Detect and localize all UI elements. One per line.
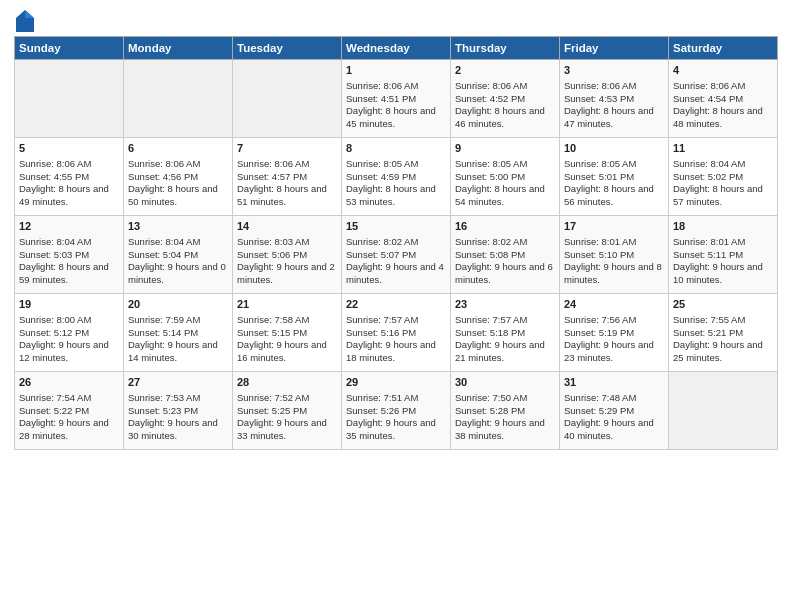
daylight-text: Daylight: 9 hours and 35 minutes. <box>346 417 436 441</box>
day-cell-content: 27Sunrise: 7:53 AMSunset: 5:23 PMDayligh… <box>128 375 228 443</box>
weekday-header-monday: Monday <box>124 37 233 60</box>
calendar-cell: 6Sunrise: 8:06 AMSunset: 4:56 PMDaylight… <box>124 138 233 216</box>
sunrise-text: Sunrise: 7:53 AM <box>128 392 200 403</box>
sunset-text: Sunset: 4:55 PM <box>19 171 89 182</box>
day-cell-content: 3Sunrise: 8:06 AMSunset: 4:53 PMDaylight… <box>564 63 664 131</box>
sunset-text: Sunset: 4:59 PM <box>346 171 416 182</box>
weekday-header-sunday: Sunday <box>15 37 124 60</box>
daylight-text: Daylight: 8 hours and 50 minutes. <box>128 183 218 207</box>
sunrise-text: Sunrise: 8:01 AM <box>673 236 745 247</box>
day-cell-content: 21Sunrise: 7:58 AMSunset: 5:15 PMDayligh… <box>237 297 337 365</box>
weekday-header-row: SundayMondayTuesdayWednesdayThursdayFrid… <box>15 37 778 60</box>
calendar-cell: 24Sunrise: 7:56 AMSunset: 5:19 PMDayligh… <box>560 294 669 372</box>
sunset-text: Sunset: 5:12 PM <box>19 327 89 338</box>
daylight-text: Daylight: 9 hours and 16 minutes. <box>237 339 327 363</box>
calendar-cell: 21Sunrise: 7:58 AMSunset: 5:15 PMDayligh… <box>233 294 342 372</box>
day-number: 27 <box>128 375 228 390</box>
calendar-page: SundayMondayTuesdayWednesdayThursdayFrid… <box>0 0 792 612</box>
sunset-text: Sunset: 5:29 PM <box>564 405 634 416</box>
calendar-cell: 17Sunrise: 8:01 AMSunset: 5:10 PMDayligh… <box>560 216 669 294</box>
day-cell-content: 29Sunrise: 7:51 AMSunset: 5:26 PMDayligh… <box>346 375 446 443</box>
day-cell-content: 22Sunrise: 7:57 AMSunset: 5:16 PMDayligh… <box>346 297 446 365</box>
day-number: 1 <box>346 63 446 78</box>
sunset-text: Sunset: 5:16 PM <box>346 327 416 338</box>
sunset-text: Sunset: 5:21 PM <box>673 327 743 338</box>
sunrise-text: Sunrise: 8:06 AM <box>455 80 527 91</box>
calendar-cell: 14Sunrise: 8:03 AMSunset: 5:06 PMDayligh… <box>233 216 342 294</box>
day-number: 16 <box>455 219 555 234</box>
day-cell-content: 16Sunrise: 8:02 AMSunset: 5:08 PMDayligh… <box>455 219 555 287</box>
day-cell-content: 31Sunrise: 7:48 AMSunset: 5:29 PMDayligh… <box>564 375 664 443</box>
day-number: 17 <box>564 219 664 234</box>
day-number: 3 <box>564 63 664 78</box>
calendar-cell: 29Sunrise: 7:51 AMSunset: 5:26 PMDayligh… <box>342 372 451 450</box>
day-number: 2 <box>455 63 555 78</box>
weekday-header-friday: Friday <box>560 37 669 60</box>
sunrise-text: Sunrise: 8:00 AM <box>19 314 91 325</box>
calendar-cell: 5Sunrise: 8:06 AMSunset: 4:55 PMDaylight… <box>15 138 124 216</box>
day-number: 10 <box>564 141 664 156</box>
sunset-text: Sunset: 4:53 PM <box>564 93 634 104</box>
daylight-text: Daylight: 9 hours and 8 minutes. <box>564 261 662 285</box>
day-number: 22 <box>346 297 446 312</box>
calendar-cell: 18Sunrise: 8:01 AMSunset: 5:11 PMDayligh… <box>669 216 778 294</box>
daylight-text: Daylight: 9 hours and 30 minutes. <box>128 417 218 441</box>
calendar-week-row: 26Sunrise: 7:54 AMSunset: 5:22 PMDayligh… <box>15 372 778 450</box>
daylight-text: Daylight: 9 hours and 6 minutes. <box>455 261 553 285</box>
day-number: 21 <box>237 297 337 312</box>
calendar-cell: 22Sunrise: 7:57 AMSunset: 5:16 PMDayligh… <box>342 294 451 372</box>
calendar-cell: 20Sunrise: 7:59 AMSunset: 5:14 PMDayligh… <box>124 294 233 372</box>
sunset-text: Sunset: 5:19 PM <box>564 327 634 338</box>
daylight-text: Daylight: 9 hours and 33 minutes. <box>237 417 327 441</box>
sunrise-text: Sunrise: 7:52 AM <box>237 392 309 403</box>
calendar-cell: 30Sunrise: 7:50 AMSunset: 5:28 PMDayligh… <box>451 372 560 450</box>
day-cell-content: 2Sunrise: 8:06 AMSunset: 4:52 PMDaylight… <box>455 63 555 131</box>
daylight-text: Daylight: 9 hours and 28 minutes. <box>19 417 109 441</box>
daylight-text: Daylight: 8 hours and 45 minutes. <box>346 105 436 129</box>
calendar-cell: 12Sunrise: 8:04 AMSunset: 5:03 PMDayligh… <box>15 216 124 294</box>
sunrise-text: Sunrise: 8:05 AM <box>455 158 527 169</box>
sunset-text: Sunset: 5:14 PM <box>128 327 198 338</box>
sunset-text: Sunset: 5:08 PM <box>455 249 525 260</box>
day-number: 11 <box>673 141 773 156</box>
sunset-text: Sunset: 5:28 PM <box>455 405 525 416</box>
day-cell-content: 28Sunrise: 7:52 AMSunset: 5:25 PMDayligh… <box>237 375 337 443</box>
day-cell-content: 30Sunrise: 7:50 AMSunset: 5:28 PMDayligh… <box>455 375 555 443</box>
calendar-week-row: 19Sunrise: 8:00 AMSunset: 5:12 PMDayligh… <box>15 294 778 372</box>
daylight-text: Daylight: 9 hours and 14 minutes. <box>128 339 218 363</box>
sunrise-text: Sunrise: 7:59 AM <box>128 314 200 325</box>
day-number: 23 <box>455 297 555 312</box>
calendar-cell <box>233 60 342 138</box>
day-number: 14 <box>237 219 337 234</box>
sunset-text: Sunset: 5:00 PM <box>455 171 525 182</box>
day-cell-content: 14Sunrise: 8:03 AMSunset: 5:06 PMDayligh… <box>237 219 337 287</box>
daylight-text: Daylight: 9 hours and 25 minutes. <box>673 339 763 363</box>
sunrise-text: Sunrise: 7:54 AM <box>19 392 91 403</box>
weekday-header-tuesday: Tuesday <box>233 37 342 60</box>
day-cell-content: 26Sunrise: 7:54 AMSunset: 5:22 PMDayligh… <box>19 375 119 443</box>
sunset-text: Sunset: 5:02 PM <box>673 171 743 182</box>
sunrise-text: Sunrise: 8:06 AM <box>346 80 418 91</box>
sunset-text: Sunset: 5:03 PM <box>19 249 89 260</box>
daylight-text: Daylight: 8 hours and 54 minutes. <box>455 183 545 207</box>
day-number: 15 <box>346 219 446 234</box>
day-cell-content: 18Sunrise: 8:01 AMSunset: 5:11 PMDayligh… <box>673 219 773 287</box>
sunset-text: Sunset: 5:06 PM <box>237 249 307 260</box>
day-cell-content: 7Sunrise: 8:06 AMSunset: 4:57 PMDaylight… <box>237 141 337 209</box>
day-number: 29 <box>346 375 446 390</box>
daylight-text: Daylight: 8 hours and 51 minutes. <box>237 183 327 207</box>
day-cell-content: 8Sunrise: 8:05 AMSunset: 4:59 PMDaylight… <box>346 141 446 209</box>
weekday-header-thursday: Thursday <box>451 37 560 60</box>
day-cell-content: 20Sunrise: 7:59 AMSunset: 5:14 PMDayligh… <box>128 297 228 365</box>
daylight-text: Daylight: 9 hours and 23 minutes. <box>564 339 654 363</box>
sunrise-text: Sunrise: 8:02 AM <box>455 236 527 247</box>
logo <box>14 10 36 28</box>
day-number: 12 <box>19 219 119 234</box>
sunrise-text: Sunrise: 7:51 AM <box>346 392 418 403</box>
sunset-text: Sunset: 5:10 PM <box>564 249 634 260</box>
sunrise-text: Sunrise: 7:48 AM <box>564 392 636 403</box>
calendar-cell: 23Sunrise: 7:57 AMSunset: 5:18 PMDayligh… <box>451 294 560 372</box>
calendar-table: SundayMondayTuesdayWednesdayThursdayFrid… <box>14 36 778 450</box>
day-cell-content: 1Sunrise: 8:06 AMSunset: 4:51 PMDaylight… <box>346 63 446 131</box>
sunrise-text: Sunrise: 8:01 AM <box>564 236 636 247</box>
